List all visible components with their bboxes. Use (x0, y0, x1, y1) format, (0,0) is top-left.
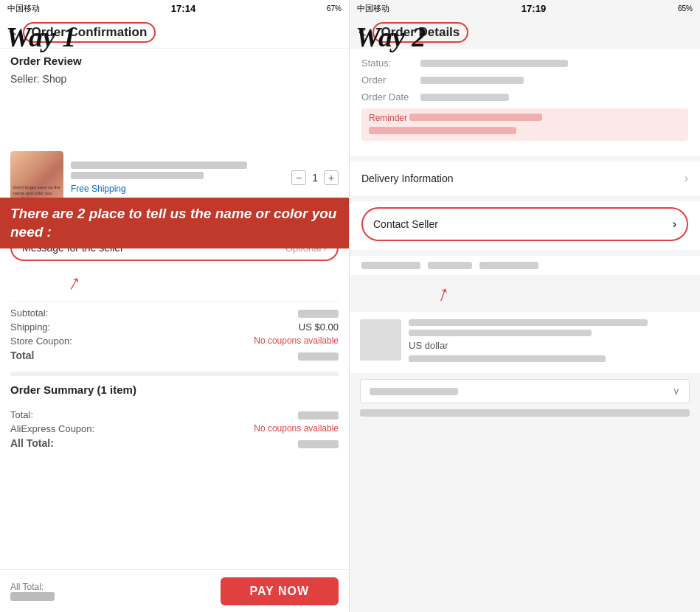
product-info: Free Shipping (71, 161, 291, 194)
qty-control: − 1 + (291, 170, 339, 185)
status-field-label: Status: (361, 58, 420, 69)
contact-seller-row[interactable]: Contact Seller › (361, 207, 688, 241)
total2-label: Total: (10, 409, 33, 420)
all-total-row: All Total: (10, 437, 339, 449)
right-carrier: 中国移动 (357, 3, 389, 14)
order-date-label: Order Date (361, 91, 420, 102)
all-total-label: All Total: (10, 437, 54, 449)
pay-now-bar: All Total: PAY NOW (0, 569, 349, 612)
left-status-bar: 中国移动 17:14 67% (0, 0, 349, 16)
pay-now-button[interactable]: PAY NOW (221, 577, 339, 605)
right-product-details: US dollar (409, 319, 690, 366)
total2-value (298, 409, 339, 420)
total-label: Total (10, 350, 34, 361)
qty-minus-btn[interactable]: − (291, 170, 306, 185)
product-image: Don't forget send us the name and color … (10, 151, 63, 204)
delivery-info-row[interactable]: Delivery Information › (350, 161, 700, 195)
order-summary-title: Order Summary (1 item) (10, 383, 339, 396)
price-section: Subtotal: Shipping: US $0.00 Store Coupo… (10, 301, 339, 361)
reminder-label: Reminder (369, 113, 407, 123)
order-date-field: Order Date (361, 91, 688, 102)
price-blur2 (428, 262, 472, 269)
qty-value: 1 (312, 172, 318, 184)
all-total2-section: All Total: (10, 582, 55, 601)
left-carrier: 中国移动 (7, 3, 40, 14)
right-product-card: US dollar (350, 312, 700, 373)
order-summary: Order Summary (1 item) Total: AliExpress… (10, 372, 339, 449)
price-blur1 (361, 262, 420, 269)
aliexpress-no-coupons: No coupons available (254, 423, 339, 434)
select-blur (370, 388, 458, 395)
red-banner: There are 2 place to tell us the name or… (0, 198, 349, 248)
shipping-label: Shipping: (10, 321, 50, 333)
aliexpress-coupon-label: AliExpress Coupon: (10, 423, 94, 434)
no-coupons-value: No coupons available (254, 335, 339, 347)
contact-seller-section: Contact Seller › (350, 201, 700, 250)
right-panel: Way 2 中国移动 17:19 65% < Order Details Sta… (350, 0, 700, 612)
order-blur (420, 77, 524, 84)
left-time: 17:14 (171, 3, 195, 14)
right-select-box[interactable]: ∨ (360, 379, 690, 403)
status-field: Status: (361, 58, 688, 69)
delivery-chevron-icon: › (685, 172, 688, 185)
all-total-value (298, 437, 339, 449)
all-total2-label: All Total: (10, 582, 55, 592)
store-coupon-row: Store Coupon: No coupons available (10, 335, 339, 347)
price-blur-row (350, 256, 700, 275)
store-coupon-label: Store Coupon: (10, 335, 72, 347)
total-row: Total (10, 350, 339, 361)
price-blur3 (479, 262, 538, 269)
subtotal-label: Subtotal: (10, 307, 48, 319)
order-review-title: Order Review (10, 55, 339, 67)
reminder-box: Reminder (361, 108, 688, 141)
right-product-thumb (360, 319, 401, 361)
status-blur (420, 60, 568, 67)
subtotal-value (298, 307, 339, 319)
right-product-name-blur2 (409, 330, 592, 336)
total2-row: Total: (10, 409, 339, 420)
delivery-info-label: Delivery Information (361, 173, 454, 184)
right-arrow-annotation: ↑ (438, 281, 700, 306)
reminder-blur2 (369, 127, 516, 134)
free-shipping-label: Free Shipping (71, 184, 291, 194)
right-content[interactable]: Status: Order Order Date Reminder Delive… (350, 49, 700, 612)
arrow-annotation: ↑ (69, 270, 339, 295)
seller-row: Seller: Shop (10, 73, 339, 85)
product-name-blur1 (71, 161, 247, 169)
right-time: 17:19 (521, 3, 546, 14)
shipping-row: Shipping: US $0.00 (10, 321, 339, 333)
order-date-blur (420, 94, 509, 101)
shipping-value: US $0.00 (299, 321, 339, 333)
qty-plus-btn[interactable]: + (324, 170, 339, 185)
right-product-name-blur1 (409, 319, 648, 326)
contact-chevron-icon: › (673, 218, 676, 231)
contact-seller-label: Contact Seller (373, 218, 438, 230)
aliexpress-coupon-row: AliExpress Coupon: No coupons available (10, 423, 339, 434)
order-field: Order (361, 74, 688, 86)
us-dollar-row: US dollar (409, 340, 690, 351)
reminder-blur (409, 114, 542, 121)
order-field-label: Order (361, 74, 420, 86)
right-battery: 65% (678, 4, 693, 13)
right-bottom-blur (360, 409, 690, 417)
way1-label: Way 1 (6, 21, 76, 53)
pay-total-blur (10, 592, 55, 601)
right-product-blur3 (409, 355, 606, 362)
way2-label: Way 2 (356, 21, 426, 53)
left-panel: Way 1 中国移动 17:14 67% < Order Confirmatio… (0, 0, 350, 612)
left-battery: 67% (327, 4, 342, 13)
right-status-bar: 中国移动 17:19 65% (350, 0, 700, 16)
order-info-card: Status: Order Order Date Reminder (350, 49, 700, 156)
product-name-blur2 (71, 172, 204, 179)
select-chevron-icon: ∨ (673, 386, 680, 397)
subtotal-row: Subtotal: (10, 307, 339, 319)
left-content[interactable]: Order Review Seller: Shop Don't forget s… (0, 49, 349, 569)
total-value (298, 350, 339, 361)
